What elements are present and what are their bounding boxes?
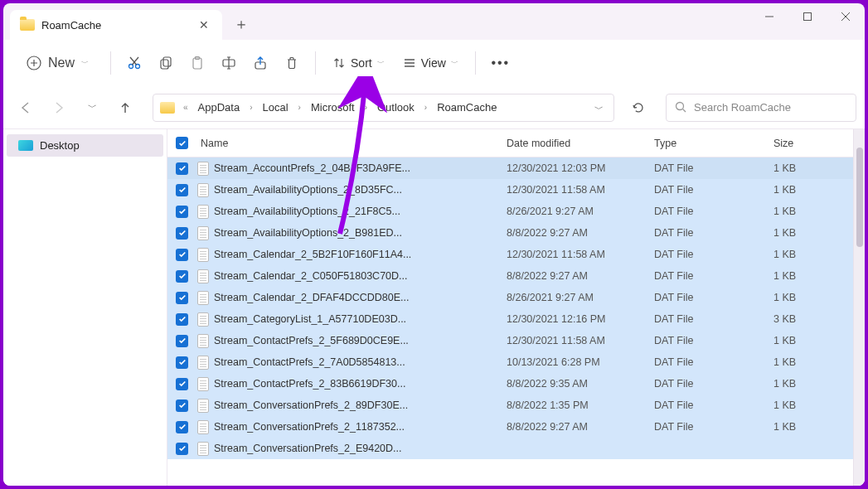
file-size: 1 KB [773,378,853,390]
breadcrumb-segment[interactable]: Local [258,98,293,117]
column-headers: Name Date modified Type Size [167,129,853,157]
back-button[interactable] [12,94,40,122]
file-row[interactable]: Stream_CategoryList_1_A57710DE03D...12/3… [167,308,853,330]
breadcrumb-segment[interactable]: Outlook [372,98,419,117]
delete-button[interactable] [277,48,307,78]
column-name[interactable]: Name [197,138,507,149]
row-checkbox[interactable] [176,313,197,326]
file-date: 8/26/2021 9:27 AM [507,292,654,303]
sidebar-item-desktop[interactable]: Desktop [7,134,163,157]
close-window-button[interactable] [827,3,865,30]
file-row[interactable]: Stream_ConversationPrefs_2_1187352...8/8… [167,416,853,438]
file-size: 1 KB [773,249,853,260]
file-row[interactable]: Stream_ContactPrefs_2_7A0D5854813...10/1… [167,351,853,373]
file-type: DAT File [654,313,773,325]
separator [315,51,316,75]
view-button[interactable]: View ﹀ [395,48,467,78]
file-icon [197,399,209,413]
row-checkbox[interactable] [176,270,197,283]
file-rows: Stream_AccountPrefs_2_04B1F3DA9FE...12/3… [167,157,853,486]
column-size[interactable]: Size [773,138,853,149]
file-date: 8/8/2022 9:27 AM [507,270,654,282]
svg-rect-12 [163,57,171,66]
file-icon [197,356,209,370]
file-date: 8/26/2021 9:27 AM [507,206,654,217]
row-checkbox[interactable] [176,378,197,390]
column-type[interactable]: Type [654,138,773,149]
file-row[interactable]: Stream_AvailabilityOptions_2_B981ED...8/… [167,222,853,244]
file-type: DAT File [654,421,773,433]
refresh-button[interactable] [624,94,652,122]
breadcrumb-segment[interactable]: Microsoft [306,98,360,117]
tab-title: RoamCache [41,19,189,31]
desktop-icon [18,140,33,151]
new-button[interactable]: New ﹀ [15,48,102,78]
file-size: 1 KB [773,184,853,196]
more-button[interactable]: ••• [484,48,517,78]
sort-button[interactable]: Sort ﹀ [324,48,393,78]
share-button[interactable] [245,48,275,78]
breadcrumb-segment[interactable]: RoamCache [432,98,502,117]
file-size: 1 KB [773,162,853,174]
search-input[interactable]: Search RoamCache [666,94,856,122]
chevron-right-icon: « [182,103,190,112]
file-row[interactable]: Stream_AvailabilityOptions_2_8D35FC...12… [167,179,853,201]
file-icon [197,377,209,391]
minimize-button[interactable] [750,3,788,30]
file-row[interactable]: Stream_AvailabilityOptions_2_21F8C5...8/… [167,201,853,222]
cut-button[interactable] [119,48,149,78]
row-checkbox[interactable] [176,443,197,455]
chevron-down-icon: ﹀ [377,58,385,69]
file-size: 1 KB [773,227,853,239]
file-row[interactable]: Stream_AccountPrefs_2_04B1F3DA9FE...12/3… [167,157,853,179]
close-tab-icon[interactable]: ✕ [196,15,212,35]
row-checkbox[interactable] [176,206,197,218]
row-checkbox[interactable] [176,356,197,369]
file-name: Stream_AccountPrefs_2_04B1F3DA9FE... [197,162,507,176]
file-row[interactable]: Stream_Calendar_2_DFAF4DCCDD80E...8/26/2… [167,287,853,308]
file-row[interactable]: Stream_Calendar_2_5B2F10F160F11A4...12/3… [167,244,853,265]
file-date: 12/30/2021 11:58 AM [507,184,654,196]
select-all-checkbox[interactable] [176,137,197,149]
address-dropdown[interactable]: ﹀ [591,97,607,119]
file-icon [197,226,209,240]
row-checkbox[interactable] [176,335,197,347]
file-row[interactable]: Stream_ConversationPrefs_2_E9420D... [167,438,853,459]
file-size: 1 KB [773,206,853,217]
file-name: Stream_AvailabilityOptions_2_B981ED... [197,226,507,240]
file-row[interactable]: Stream_ConversationPrefs_2_89DF30E...8/8… [167,395,853,416]
row-checkbox[interactable] [176,249,197,261]
row-checkbox[interactable] [176,421,197,433]
rename-button[interactable] [214,48,244,78]
file-icon [197,442,209,456]
file-row[interactable]: Stream_ContactPrefs_2_83B6619DF30...8/8/… [167,373,853,395]
scrollbar[interactable] [853,129,865,486]
file-row[interactable]: Stream_ContactPrefs_2_5F689D0CE9E...12/3… [167,330,853,351]
maximize-button[interactable] [788,3,827,30]
row-checkbox[interactable] [176,292,197,304]
file-name: Stream_ContactPrefs_2_5F689D0CE9E... [197,334,507,348]
plus-circle-icon [27,56,41,70]
paste-button[interactable] [182,48,212,78]
chevron-down-icon: ﹀ [81,58,89,69]
forward-button[interactable] [45,94,73,122]
breadcrumb-segment[interactable]: AppData [193,98,245,117]
row-checkbox[interactable] [176,184,197,196]
copy-button[interactable] [151,48,181,78]
file-row[interactable]: Stream_Calendar_2_C050F51803C70D...8/8/2… [167,265,853,287]
file-icon [197,183,209,197]
up-button[interactable] [111,94,139,122]
column-date[interactable]: Date modified [507,138,654,149]
address-bar[interactable]: « AppData › Local › Microsoft › Outlook … [153,94,614,122]
file-date: 8/8/2022 9:27 AM [507,421,654,433]
tab-roamcache[interactable]: RoamCache ✕ [10,10,222,40]
new-tab-button[interactable]: ＋ [227,14,255,34]
file-size: 1 KB [773,292,853,303]
recent-button[interactable]: ﹀ [78,94,106,122]
scrollbar-thumb[interactable] [856,148,863,247]
file-name: Stream_ContactPrefs_2_83B6619DF30... [197,377,507,391]
row-checkbox[interactable] [176,162,197,175]
svg-rect-1 [804,13,812,21]
row-checkbox[interactable] [176,227,197,240]
row-checkbox[interactable] [176,399,197,412]
